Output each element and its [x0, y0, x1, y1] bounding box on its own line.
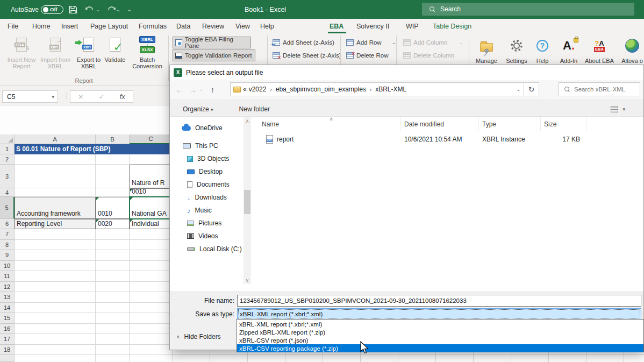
type-option-xbrl-csv-package[interactable]: xBRL-CSV reporting package (*.zip) [237, 344, 643, 352]
organize-button[interactable]: Organize ▾ [183, 105, 213, 113]
name-box-dropdown-icon[interactable]: ▾ [52, 94, 54, 100]
about-eba-button[interactable]: ?A EBA About EBA [584, 36, 615, 64]
delete-sheet-button[interactable]: ✕ Delete Sheet (z-Axis) [270, 49, 344, 61]
tab-review[interactable]: Review [202, 19, 224, 33]
tab-file[interactable]: File [8, 19, 18, 33]
type-option-xbrl-csv[interactable]: xBRL-CSV report (*.json) [237, 336, 643, 344]
row-header-7[interactable]: 7 [0, 229, 15, 240]
cell-c6[interactable]: Individual [130, 219, 173, 229]
insert-function-icon[interactable]: fx [120, 93, 125, 101]
select-all-corner[interactable] [0, 134, 15, 144]
refresh-icon[interactable]: ↻ [524, 83, 539, 96]
column-header-b[interactable]: B [96, 134, 130, 144]
new-folder-button[interactable]: New folder [239, 105, 270, 113]
type-option-xbrl-xml[interactable]: xBRL-XML report (*.xbrl;*.xml) [237, 320, 643, 328]
sidebar-item-videos[interactable]: Videos [187, 230, 218, 242]
toggle-validation-report-button[interactable]: Toggle Validation Report [173, 49, 255, 61]
sidebar-item-music[interactable]: ♪ Music [187, 204, 212, 216]
manage-button[interactable]: Manage [472, 36, 501, 64]
customize-qat-icon[interactable]: ⌄ [127, 0, 132, 19]
scroll-down-icon[interactable]: ∨ [244, 278, 251, 283]
column-header-a[interactable]: A [15, 134, 96, 144]
tab-formulas[interactable]: Formulas [139, 19, 167, 33]
cell-a1-title[interactable]: S 00.01 Nature of Report (SBP) [15, 144, 173, 154]
row-header-8[interactable]: 8 [0, 240, 15, 251]
validate-button[interactable]: ✓ Validate [102, 34, 128, 63]
row-header-14[interactable]: 14 [0, 303, 15, 314]
row-header-5[interactable]: 5 [0, 197, 15, 219]
column-header-c[interactable]: C [130, 134, 173, 144]
tab-data[interactable]: Data [176, 19, 190, 33]
sidebar-item-onedrive[interactable]: OneDrive [182, 122, 223, 134]
breadcrumb-item-examples[interactable]: eba_sbpimvcon_oim_examples [276, 86, 366, 93]
sidebar-item-this-pc[interactable]: This PC [183, 140, 218, 152]
excel-search-box[interactable]: Search [422, 3, 634, 16]
breadcrumb-item-v2022[interactable]: v2022 [249, 86, 267, 93]
toggle-eba-filing-pane-button[interactable]: Toggle EBA Filing Pane [173, 37, 251, 48]
tab-table-design[interactable]: Table Design [433, 19, 471, 33]
sidebar-item-desktop[interactable]: Desktop [187, 166, 223, 178]
sidebar-item-local-disk[interactable]: Local Disk (C:) [187, 243, 242, 255]
cell-a6[interactable]: Reporting Level [15, 219, 96, 229]
sidebar-item-pictures[interactable]: Pictures [187, 217, 221, 229]
row-header-4[interactable]: 4 [0, 188, 15, 197]
tab-home[interactable]: Home [32, 19, 50, 33]
row-header-3[interactable]: 3 [0, 165, 15, 188]
sidebar-item-documents[interactable]: Documents [187, 179, 230, 190]
recent-locations-icon[interactable]: ⌄ [199, 87, 203, 92]
cell-c5-selected[interactable]: National GA [130, 197, 173, 219]
row-header-2[interactable]: 2 [0, 154, 15, 165]
cell-c3[interactable]: Nature of R [130, 165, 173, 188]
breadcrumb-dropdown-icon[interactable]: ⌄ [516, 87, 520, 92]
save-as-type-select[interactable]: xBRL-XML report (*.xbrl;*.xml) [237, 308, 641, 320]
tab-eba[interactable]: EBA [330, 19, 344, 33]
breadcrumb-overflow[interactable]: « [243, 86, 247, 93]
save-icon[interactable] [69, 0, 77, 19]
sidebar-scrollbar[interactable]: ∧ ∨ [244, 117, 251, 284]
export-to-xbrl-button[interactable]: xbrl Export to XBRL [75, 34, 102, 69]
row-header-1[interactable]: 1 [0, 144, 15, 154]
column-header-type[interactable]: Type [479, 117, 541, 131]
hide-folders-button[interactable]: ∧ Hide Folders [176, 333, 221, 340]
row-header-16[interactable]: 16 [0, 324, 15, 335]
row-header-10[interactable]: 10 [0, 261, 15, 272]
breadcrumb[interactable]: « v2022 › eba_sbpimvcon_oim_examples › x… [230, 82, 539, 96]
dialog-search-box[interactable]: Search xBRL-XML [559, 82, 640, 96]
row-header-6[interactable]: 6 [0, 219, 15, 229]
tab-view[interactable]: View [235, 19, 250, 33]
sidebar-item-3d-objects[interactable]: 3D Objects [187, 153, 229, 165]
scrollbar-thumb[interactable] [244, 190, 251, 214]
tab-help[interactable]: Help [260, 19, 274, 33]
row-header-13[interactable]: 13 [0, 292, 15, 303]
add-sheet-button[interactable]: ⮠ Add Sheet (z-Axis) [270, 37, 337, 48]
help-button[interactable]: ? Help [532, 36, 553, 64]
cell-b6[interactable]: 0020 [96, 219, 130, 229]
row-header-15[interactable]: 15 [0, 313, 15, 324]
tab-page-layout[interactable]: Page Layout [90, 19, 128, 33]
delete-row-button[interactable]: ✕ Delete Row [344, 49, 390, 61]
column-header-name[interactable]: Name [259, 117, 401, 131]
altova-button[interactable]: Altova o [616, 36, 644, 64]
row-header-18[interactable]: 18 [0, 345, 15, 356]
tab-insert[interactable]: Insert [61, 19, 78, 33]
addin-button[interactable]: A. Add-In [555, 36, 583, 64]
row-header-17[interactable]: 17 [0, 334, 15, 345]
up-icon[interactable]: ↑ [206, 85, 219, 94]
sidebar-item-downloads[interactable]: ↓ Downloads [187, 191, 227, 203]
row-header-12[interactable]: 12 [0, 282, 15, 293]
tab-wip[interactable]: WIP [406, 19, 419, 33]
type-option-zipped-xbrl-xml[interactable]: Zipped xBRL-XML report (*.zip) [237, 328, 643, 336]
file-name-input[interactable] [237, 295, 641, 307]
cell-c4[interactable]: 0010 [130, 188, 173, 197]
settings-button[interactable]: Settings [503, 36, 530, 64]
tab-solvency-ii[interactable]: Solvency II [356, 19, 389, 33]
autosave-toggle[interactable]: Off [41, 0, 63, 19]
breadcrumb-item-xbrl-xml[interactable]: xBRL-XML [375, 86, 406, 93]
add-row-dropdown-icon[interactable]: ⌄ [392, 40, 396, 45]
name-box[interactable]: C5 ▾ [2, 90, 58, 103]
cell-a5[interactable]: Accounting framework [15, 197, 96, 219]
batch-conversion-button[interactable]: XBRL ↓ XLSX Batch Conversion [130, 34, 164, 69]
redo-button[interactable]: ⌄ [105, 0, 120, 19]
undo-button[interactable]: ⌄ [85, 0, 100, 19]
row-header-9[interactable]: 9 [0, 250, 15, 261]
